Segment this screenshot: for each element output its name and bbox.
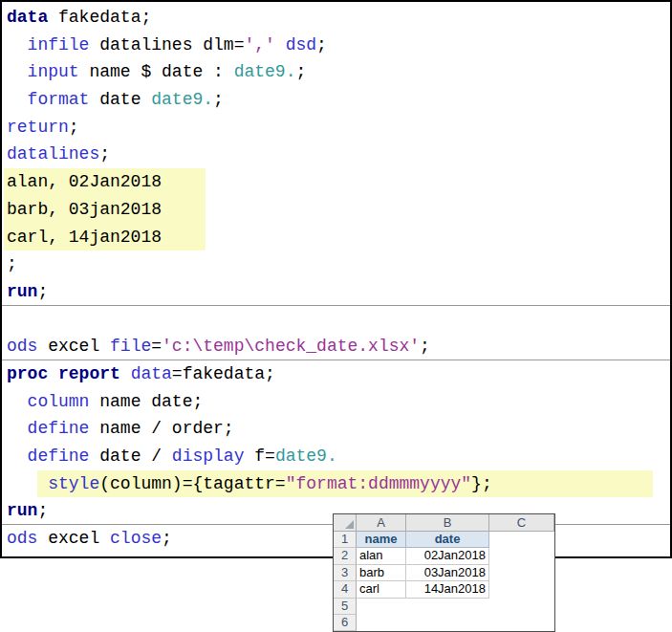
- excel-cell: barb: [357, 565, 406, 581]
- code-line: define date / display f=date9.: [7, 443, 670, 470]
- code-token: "format:ddmmmyyyy": [286, 474, 471, 493]
- code-token: f=: [244, 447, 274, 466]
- excel-row-header: 6: [334, 615, 357, 631]
- excel-row-header: 2: [334, 548, 357, 564]
- excel-cell: date: [406, 532, 489, 548]
- code-token: [37, 474, 48, 493]
- code-token: name / order;: [89, 419, 233, 438]
- code-line: datalines;: [7, 141, 670, 168]
- code-token: =fakedata;: [172, 364, 275, 383]
- code-token: ods: [7, 337, 37, 356]
- code-token: datalines: [7, 144, 99, 163]
- excel-cell: [406, 599, 489, 615]
- code-line: proc report data=fakedata;: [7, 360, 670, 388]
- code-token: display: [172, 447, 245, 466]
- code-line: return;: [7, 114, 670, 142]
- code-token: ;: [420, 337, 430, 356]
- excel-cell: 02Jan2018: [406, 548, 489, 564]
- excel-cell: [489, 548, 554, 564]
- code-token: name $ date :: [79, 62, 234, 81]
- code-line: carl, 14jan2018: [7, 224, 670, 251]
- excel-row-header: 3: [334, 565, 357, 581]
- code-token: date /: [89, 447, 171, 466]
- code-token: close: [110, 529, 162, 548]
- code-token: ;: [162, 529, 172, 548]
- code-token: [7, 474, 37, 493]
- excel-cell: [489, 532, 554, 548]
- code-line: data fakedata;: [7, 4, 670, 32]
- code-token: input: [28, 62, 79, 81]
- code-line: column name date;: [7, 388, 670, 416]
- code-line: infile datalines dlm=',' dsd;: [7, 32, 670, 59]
- code-token: carl, 14jan2018: [7, 228, 162, 247]
- excel-preview: A B C 1namedate2alan02Jan20183barb03Jan2…: [333, 513, 555, 632]
- code-line: barb, 03jan2018: [7, 196, 670, 224]
- code-token: =: [151, 337, 162, 356]
- excel-cell: [489, 599, 554, 615]
- code-token: ',': [244, 35, 274, 54]
- excel-cell: 03Jan2018: [406, 565, 489, 581]
- code-token: ;: [37, 282, 48, 301]
- code-token: fakedata;: [48, 8, 151, 27]
- code-token: [275, 35, 286, 54]
- code-editor[interactable]: data fakedata; infile datalines dlm=',' …: [0, 0, 672, 558]
- excel-column-header-a: A: [357, 514, 406, 532]
- code-token: [120, 364, 131, 383]
- code-token: ;: [213, 90, 224, 109]
- highlight-region: barb, 03jan2018: [4, 196, 206, 224]
- code-token: define: [28, 447, 90, 466]
- excel-cell: [406, 615, 489, 631]
- code-token: date9.: [151, 90, 213, 109]
- code-token: [7, 90, 28, 109]
- code-token: date9.: [275, 447, 337, 466]
- code-token: style: [48, 474, 99, 493]
- code-token: alan, 02Jan2018: [7, 172, 162, 191]
- excel-row-header: 5: [334, 599, 357, 615]
- code-token: datalines dlm=: [89, 35, 244, 54]
- code-token: ;: [295, 62, 306, 81]
- excel-row-header: 4: [334, 581, 357, 598]
- code-token: (column)={tagattr=: [99, 474, 285, 493]
- code-token: [7, 419, 28, 438]
- code-token: [7, 35, 28, 54]
- code-line: style(column)={tagattr="format:ddmmmyyyy…: [7, 470, 670, 498]
- excel-column-header-c: C: [489, 514, 554, 532]
- code-token: [7, 62, 28, 81]
- code-token: barb, 03jan2018: [7, 200, 162, 219]
- code-token: name date;: [89, 392, 203, 411]
- highlight-region: alan, 02Jan2018: [4, 168, 206, 196]
- code-token: column: [28, 392, 90, 411]
- code-line: ;: [7, 251, 670, 278]
- excel-cell: [489, 615, 554, 631]
- excel-cell: [357, 599, 406, 615]
- code-token: run: [7, 501, 37, 520]
- excel-cell: name: [357, 532, 406, 548]
- highlight-region: carl, 14jan2018: [4, 224, 206, 251]
- code-token: format: [28, 90, 90, 109]
- code-token: data: [7, 8, 48, 27]
- code-token: };: [471, 474, 492, 493]
- excel-cell: alan: [357, 548, 406, 564]
- code-token: ;: [99, 144, 110, 163]
- select-all-corner: [334, 514, 357, 532]
- code-line: [7, 306, 670, 334]
- code-token: define: [28, 419, 90, 438]
- code-token: ;: [7, 254, 17, 273]
- code-line: ods excel file='c:\temp\check_date.xlsx'…: [7, 333, 670, 360]
- highlight-region: style(column)={tagattr="format:ddmmmyyyy…: [37, 470, 652, 498]
- excel-cell: carl: [357, 581, 406, 598]
- code-token: run: [7, 282, 37, 301]
- code-token: proc report: [7, 364, 120, 383]
- code-token: infile: [28, 35, 90, 54]
- code-token: file: [110, 337, 151, 356]
- code-token: [7, 447, 28, 466]
- code-token: data: [131, 364, 172, 383]
- code-token: ;: [316, 35, 327, 54]
- code-line: input name $ date : date9.;: [7, 58, 670, 86]
- code-line: define name / order;: [7, 415, 670, 443]
- excel-cell: [357, 615, 406, 631]
- code-line: run;: [7, 278, 670, 306]
- code-token: date9.: [234, 62, 296, 81]
- excel-cell: 14Jan2018: [406, 581, 489, 598]
- code-token: date: [89, 90, 151, 109]
